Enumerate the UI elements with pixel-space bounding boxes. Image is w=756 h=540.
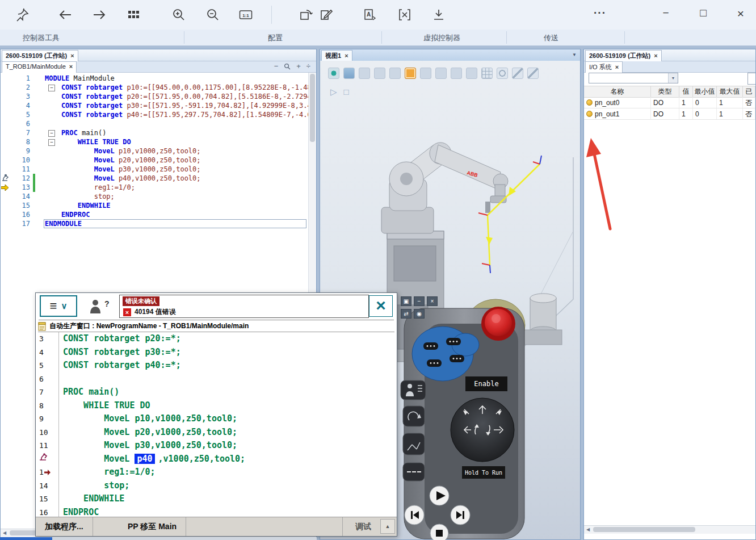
fp-code-line[interactable]: 8 WHILE TRUE DO (38, 399, 394, 413)
fp-code-line[interactable]: 6 (38, 372, 394, 386)
fp-close-button[interactable]: × (369, 295, 393, 317)
view-toolbar-icon[interactable] (481, 68, 493, 79)
view-toolbar-icon[interactable] (512, 68, 523, 79)
fp-error-status-box[interactable]: 错误未确认 × 40194 值错误 (119, 295, 369, 318)
one-to-one-icon[interactable]: 1:1 (238, 7, 253, 22)
editor-line-number[interactable]: 4 (1, 101, 30, 110)
view-tab[interactable]: 视图1× (321, 50, 352, 61)
ribbon-group-transfer[interactable]: 传送 (544, 33, 558, 43)
ribbon-group-controller-tools[interactable]: 控制器工具 (23, 33, 60, 43)
pin-icon[interactable] (15, 7, 30, 22)
import-icon[interactable] (431, 7, 446, 22)
view-toolbar-icon[interactable] (451, 68, 462, 79)
fp-code-line[interactable]: MoveL p40,v1000,z50,tool0; (38, 453, 394, 466)
editor-line[interactable]: 3 CONST robtarget p20:=[[571.95,0.00,704… (1, 92, 309, 101)
view-toolbar-icon[interactable] (527, 68, 539, 79)
forward-icon[interactable] (92, 7, 107, 22)
fold-toggle-icon[interactable]: − (48, 85, 55, 91)
scrollbar-thumb[interactable] (310, 74, 315, 142)
editor-line-number[interactable]: 16 (1, 210, 30, 219)
editor-line-number[interactable]: 8 (1, 137, 30, 146)
editor-line[interactable]: 17ENDMODULE (1, 219, 309, 228)
io-col-sim[interactable]: 已 (743, 86, 755, 97)
fp-code-line[interactable]: 7PROC main() (38, 386, 394, 399)
fp-code-line[interactable]: 1 reg1:=1/0; (38, 466, 394, 479)
pendant-close-icon[interactable]: × (427, 296, 438, 306)
fp-code-line[interactable]: 16ENDPROC (38, 506, 394, 517)
editor-line[interactable]: 5 CONST robtarget p40:=[[571.95,297.75,7… (1, 110, 309, 119)
screenshot-icon[interactable] (299, 7, 313, 22)
ribbon-group-virtual-controller[interactable]: 虚拟控制器 (423, 33, 460, 43)
pendant-restore-icon[interactable]: ▣ (401, 296, 411, 306)
fp-code-line[interactable]: 15 ENDWHILE (38, 492, 394, 506)
editor-line[interactable]: 6 (1, 119, 309, 128)
view-toolbar-icon[interactable] (343, 68, 355, 79)
editor-line-number[interactable]: 2 (1, 83, 30, 92)
ribbon-group-configuration[interactable]: 配置 (268, 33, 283, 43)
fold-toggle-icon[interactable]: − (48, 139, 55, 146)
editor-line[interactable]: 4 CONST robtarget p30:=[[571.95,-591.19,… (1, 101, 309, 110)
editor-line[interactable]: 11 MoveL p30,v1000,z50,tool0; (1, 165, 309, 174)
editor-line[interactable]: 13 reg1:=1/0; (1, 183, 309, 192)
editor-line-number[interactable]: 9 (1, 146, 30, 156)
pendant-camera-icon[interactable]: ◉ (414, 309, 425, 319)
close-tab-icon[interactable]: × (654, 52, 657, 59)
editor-zoom-in-icon[interactable]: + (296, 62, 301, 70)
editor-file-tab[interactable]: T_ROB1/MainModule× (2, 61, 77, 73)
play-icon[interactable]: ▷ (330, 87, 337, 97)
editor-doc-tab[interactable]: 2600-519109 (工作站)× (2, 50, 78, 61)
io-col-name[interactable]: 名称 (584, 86, 651, 97)
fp-menu-button[interactable]: ≡ ∨ (40, 295, 77, 317)
view-toolbar-icon[interactable] (497, 68, 508, 79)
editor-line[interactable]: 12 MoveL p40,v1000,z50,tool0; (1, 174, 309, 183)
view-toolbar-icon[interactable] (466, 68, 477, 79)
io-signal-row[interactable]: pn_out0DO101否 (584, 97, 755, 108)
io-system-tab[interactable]: I/O 系统× (585, 61, 623, 73)
fp-code-line[interactable]: 14 stop; (38, 479, 394, 493)
editor-line-number[interactable]: 11 (1, 165, 30, 174)
editor-line-number[interactable]: 10 (1, 156, 30, 165)
scrollbar-thumb[interactable] (593, 527, 695, 532)
editor-line-number[interactable]: 6 (1, 119, 30, 128)
chevron-down-icon[interactable]: ▼ (668, 73, 678, 83)
fp-code-line[interactable]: 9 MoveL p10,v1000,z50,tool0; (38, 412, 394, 426)
fp-code-line[interactable]: 3CONST robtarget p20:=*; (38, 332, 394, 346)
close-button[interactable]: × (731, 7, 750, 20)
close-tab-icon[interactable]: × (70, 52, 74, 59)
fp-code-line[interactable]: 10 MoveL p20,v1000,z50,tool0; (38, 426, 394, 439)
editor-search-icon[interactable] (284, 63, 291, 70)
view-toolbar-icon[interactable] (435, 68, 447, 79)
scroll-left-icon[interactable]: ◀ (1, 529, 9, 537)
editor-split-icon[interactable]: ÷ (306, 62, 310, 70)
editor-line-number[interactable]: 5 (1, 110, 30, 119)
pendant-minimize-icon[interactable]: − (414, 296, 425, 306)
io-col-type[interactable]: 类型 (651, 86, 679, 97)
fp-code-line[interactable]: 5CONST robtarget p40:=*; (38, 359, 394, 372)
fp-load-program-button[interactable]: 加载程序... (36, 517, 93, 536)
io-col-max[interactable]: 最大值 (717, 86, 743, 97)
view-toolbar-icon[interactable] (420, 68, 431, 79)
scroll-left-icon[interactable]: ◀ (584, 526, 592, 533)
editor-line-number[interactable]: 3 (1, 92, 30, 101)
io-signal-row[interactable]: pn_out1DO101否 (584, 108, 755, 120)
maximize-button[interactable]: □ (694, 7, 713, 19)
pendant-move-icon[interactable]: ⇄ (401, 309, 411, 319)
close-tab-icon[interactable]: × (69, 63, 73, 70)
back-icon[interactable] (58, 7, 73, 22)
io-col-min[interactable]: 最小值 (693, 86, 717, 97)
more-icon[interactable]: ··· (590, 7, 610, 19)
editor-line[interactable]: 1MODULE MainModule (1, 74, 309, 83)
stop-icon[interactable]: □ (344, 87, 349, 97)
editor-line-number[interactable]: 15 (1, 201, 30, 210)
close-doc-icon[interactable] (397, 7, 412, 22)
io-filter-combobox[interactable]: ▼ (589, 73, 678, 83)
fp-pp-to-main-button[interactable]: PP 移至 Main (119, 517, 186, 536)
fold-toggle-icon[interactable]: − (48, 130, 55, 137)
view-toolbar-icon[interactable] (389, 68, 401, 79)
editor-line[interactable]: 16 ENDPROC (1, 210, 309, 219)
editor-line-number[interactable]: 17 (1, 219, 30, 228)
editor-line[interactable]: 7− PROC main() (1, 128, 309, 137)
export-text-icon[interactable]: A (362, 7, 377, 22)
editor-line[interactable]: 8− WHILE TRUE DO (1, 137, 309, 146)
editor-line[interactable]: 2− CONST robtarget p10:=[[945.00,0.00,11… (1, 83, 309, 92)
